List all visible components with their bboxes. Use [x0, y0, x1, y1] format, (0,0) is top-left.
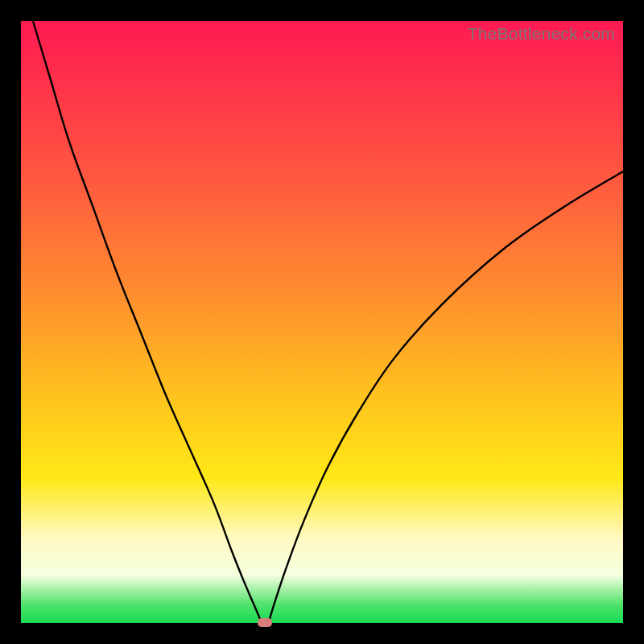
bottleneck-curve [21, 21, 623, 623]
minimum-marker [258, 618, 272, 627]
chart-frame: TheBottleneck.com [0, 0, 644, 644]
plot-area: TheBottleneck.com [21, 21, 623, 623]
